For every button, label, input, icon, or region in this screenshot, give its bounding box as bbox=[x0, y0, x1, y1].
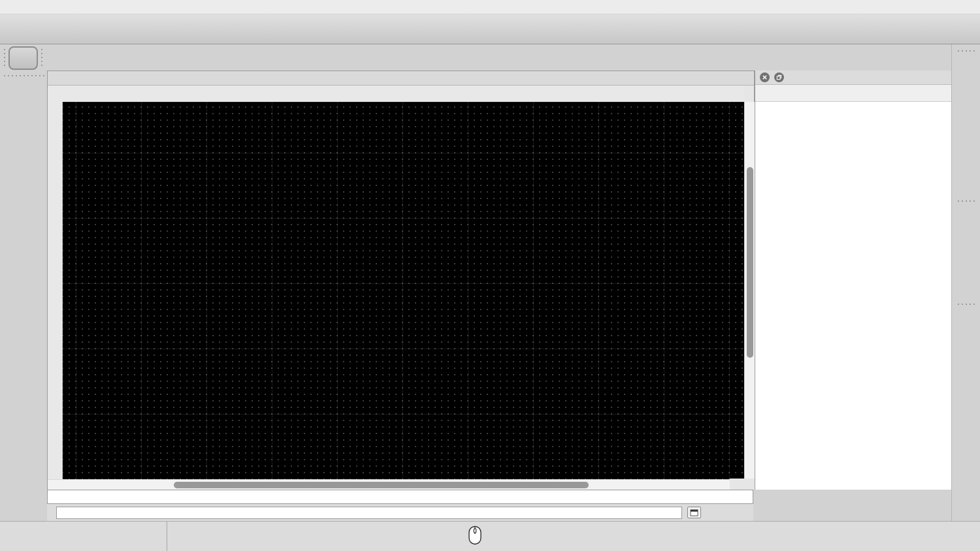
horizontal-ruler bbox=[63, 86, 744, 102]
command-input[interactable] bbox=[56, 507, 682, 519]
dock-grip bbox=[956, 50, 976, 52]
mouse-hints bbox=[281, 527, 464, 530]
layer-list-panel bbox=[755, 71, 951, 490]
dock-separator bbox=[956, 200, 976, 202]
ruler-corner bbox=[48, 86, 63, 102]
history-bar bbox=[47, 490, 753, 504]
dock-separator bbox=[956, 303, 976, 306]
main-toolbar bbox=[0, 14, 980, 44]
horizontal-scrollbar[interactable] bbox=[48, 479, 731, 490]
document-tabbar bbox=[48, 71, 754, 86]
right-dock bbox=[951, 44, 980, 521]
drawing-window bbox=[47, 71, 755, 490]
statusbar bbox=[0, 521, 980, 551]
command-detach-button[interactable] bbox=[687, 507, 701, 518]
menubar bbox=[0, 0, 980, 14]
left-tool-palette bbox=[0, 0, 47, 551]
vertical-scrollbar[interactable] bbox=[744, 102, 755, 479]
command-row bbox=[47, 504, 753, 521]
mouse-icon bbox=[468, 526, 482, 546]
zoom-ratio-label bbox=[730, 479, 755, 490]
statusbar-divider bbox=[167, 522, 167, 551]
window-icon bbox=[690, 509, 698, 516]
vertical-ruler bbox=[48, 102, 63, 479]
drawing-canvas[interactable] bbox=[63, 102, 744, 479]
layer-panel-toolbar bbox=[755, 85, 951, 102]
panel-detach-icon[interactable] bbox=[774, 72, 784, 82]
panel-close-icon[interactable] bbox=[760, 72, 770, 82]
horizontal-scrollbar-thumb[interactable] bbox=[174, 482, 589, 488]
vertical-scrollbar-thumb[interactable] bbox=[747, 167, 753, 358]
librecad-window bbox=[0, 0, 980, 551]
panel-titlebar bbox=[755, 71, 951, 85]
